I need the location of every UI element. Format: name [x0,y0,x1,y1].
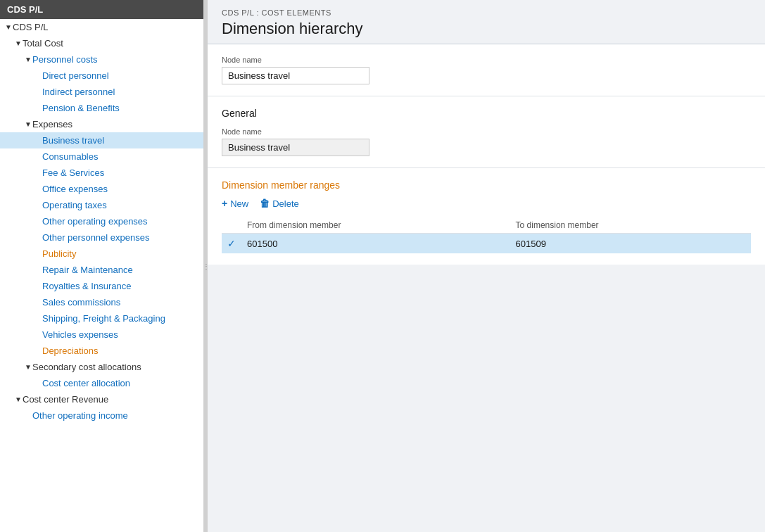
sidebar-item-cost-center-allocation[interactable]: Cost center allocation [0,375,203,391]
sidebar-item-cost-center-revenue[interactable]: ▼Cost center Revenue [0,391,203,407]
tree-label-expenses: Expenses [32,119,198,129]
tree-label-operating-taxes: Operating taxes [42,200,198,210]
tree-label-other-operating-income: Other operating income [32,410,198,421]
sidebar-item-cds-pl[interactable]: ▼CDS P/L [0,19,203,35]
tree-toggle-secondary-cost[interactable]: ▼ [24,363,32,371]
tree-label-business-travel: Business travel [42,135,198,146]
dimension-section-title: Dimension member ranges [222,179,751,191]
sidebar-item-royalties-insurance[interactable]: Royalties & Insurance [0,278,203,294]
breadcrumb: CDS P/L : COST ELEMENTS [222,8,751,17]
sidebar-item-business-travel[interactable]: Business travel [0,132,203,148]
new-button[interactable]: + New [222,198,248,209]
tree-label-repair-maintenance: Repair & Maintenance [42,265,198,275]
delete-button[interactable]: 🗑 Delete [260,198,299,209]
top-node-input[interactable] [222,67,369,84]
from-member: 601500 [241,234,510,254]
tree-label-cost-center-revenue: Cost center Revenue [23,394,198,405]
tree-label-sales-commissions: Sales commissions [42,297,198,308]
general-node-label: Node name [222,127,751,136]
sidebar-item-total-cost[interactable]: ▼Total Cost [0,35,203,51]
tree-label-pension-benefits: Pension & Benefits [42,103,198,113]
tree-label-publicity: Publicity [42,248,198,259]
sidebar-item-personnel-costs[interactable]: ▼Personnel costs [0,51,203,68]
sidebar-item-sales-commissions[interactable]: Sales commissions [0,294,203,310]
sidebar-item-indirect-personnel[interactable]: Indirect personnel [0,84,203,100]
toolbar: + New 🗑 Delete [222,198,751,209]
sidebar-item-repair-maintenance[interactable]: Repair & Maintenance [0,262,203,278]
sidebar-item-other-operating-expenses[interactable]: Other operating expenses [0,213,203,229]
tree-label-fee-services: Fee & Services [42,167,198,178]
page-title: Dimension hierarchy [222,20,751,38]
sidebar-header: CDS P/L [0,0,203,19]
tree-label-consumables: Consumables [42,151,198,162]
general-section: General Node name [208,96,765,168]
to-member: 601509 [510,234,751,254]
check-icon: ✓ [227,238,236,249]
col-to: To dimension member [510,217,751,234]
sidebar-item-shipping-freight[interactable]: Shipping, Freight & Packaging [0,310,203,327]
tree-label-cds-pl: CDS P/L [13,22,198,32]
sidebar-item-pension-benefits[interactable]: Pension & Benefits [0,100,203,116]
tree-label-royalties-insurance: Royalties & Insurance [42,281,198,291]
top-node-section: Node name [208,44,765,96]
new-label: New [230,198,248,209]
sidebar-item-operating-taxes[interactable]: Operating taxes [0,197,203,213]
sidebar: CDS P/L ▼CDS P/L▼Total Cost▼Personnel co… [0,0,204,532]
main-header: CDS P/L : COST ELEMENTS Dimension hierar… [208,0,765,44]
tree-toggle-cost-center-revenue[interactable]: ▼ [14,395,23,403]
tree-toggle-cds-pl[interactable]: ▼ [4,23,13,31]
top-node-label: Node name [222,56,751,64]
plus-icon: + [222,198,227,209]
tree-toggle-personnel-costs[interactable]: ▼ [24,56,32,63]
col-check [222,217,241,234]
tree-label-depreciations: Depreciations [42,346,198,356]
delete-icon: 🗑 [260,198,270,209]
tree-toggle-total-cost[interactable]: ▼ [14,39,23,47]
table-row[interactable]: ✓601500601509 [222,234,751,254]
tree-toggle-expenses[interactable]: ▼ [24,120,32,128]
sidebar-item-other-operating-income[interactable]: Other operating income [0,407,203,424]
tree-label-other-personnel-expenses: Other personnel expenses [42,232,198,243]
sidebar-item-other-personnel-expenses[interactable]: Other personnel expenses [0,229,203,246]
dimension-section: Dimension member ranges + New 🗑 Delete F… [208,168,765,265]
tree-label-indirect-personnel: Indirect personnel [42,87,198,97]
tree-label-secondary-cost: Secondary cost allocations [32,362,198,372]
dimension-table: From dimension member To dimension membe… [222,217,751,253]
tree-label-personnel-costs: Personnel costs [32,54,198,65]
sidebar-item-fee-services[interactable]: Fee & Services [0,165,203,181]
sidebar-item-publicity[interactable]: Publicity [0,246,203,262]
tree-label-cost-center-allocation: Cost center allocation [42,378,198,388]
sidebar-item-expenses[interactable]: ▼Expenses [0,116,203,132]
tree-label-direct-personnel: Direct personnel [42,70,198,81]
tree-container: ▼CDS P/L▼Total Cost▼Personnel costsDirec… [0,19,203,424]
delete-label: Delete [272,198,299,209]
tree-label-other-operating-expenses: Other operating expenses [42,216,198,227]
sidebar-item-vehicles-expenses[interactable]: Vehicles expenses [0,327,203,343]
main-content: CDS P/L : COST ELEMENTS Dimension hierar… [208,0,765,532]
tree-label-vehicles-expenses: Vehicles expenses [42,329,198,340]
general-node-input[interactable] [222,139,369,156]
row-check: ✓ [222,234,241,254]
tree-label-total-cost: Total Cost [23,38,198,49]
col-from: From dimension member [241,217,510,234]
sidebar-item-office-expenses[interactable]: Office expenses [0,181,203,197]
tree-label-shipping-freight: Shipping, Freight & Packaging [42,313,198,324]
sidebar-item-direct-personnel[interactable]: Direct personnel [0,68,203,84]
tree-label-office-expenses: Office expenses [42,184,198,194]
sidebar-item-consumables[interactable]: Consumables [0,148,203,165]
sidebar-item-depreciations[interactable]: Depreciations [0,343,203,359]
sidebar-item-secondary-cost[interactable]: ▼Secondary cost allocations [0,359,203,375]
general-title: General [222,108,751,119]
